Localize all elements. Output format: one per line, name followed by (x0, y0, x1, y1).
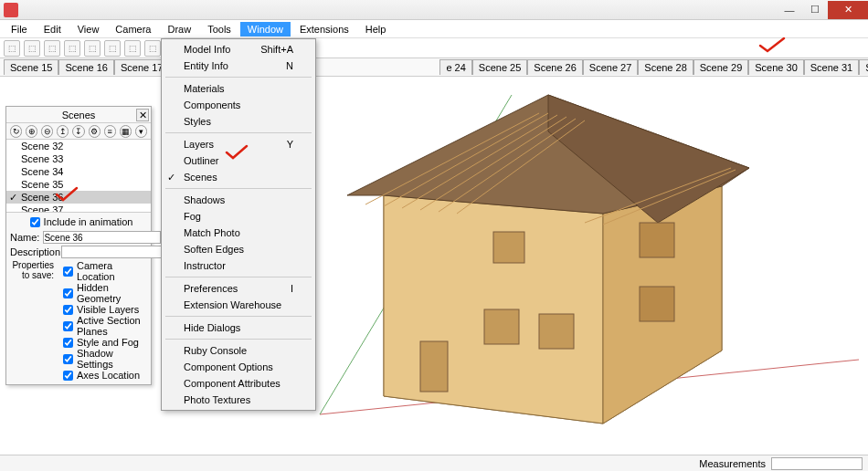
property-row: Visible Layers (58, 304, 147, 315)
measurements-input[interactable] (771, 457, 863, 470)
scene-list-item[interactable]: Scene 37 (6, 204, 151, 213)
scenes-toolbar-button-6[interactable]: ≡ (104, 125, 116, 138)
menu-item-extension-warehouse[interactable]: Extension Warehouse (162, 297, 315, 313)
toolbar-button-4[interactable]: ⬚ (84, 40, 101, 57)
menu-item-component-attributes[interactable]: Component Attributes (162, 375, 315, 392)
annotation-checkmark (225, 144, 249, 162)
menu-window[interactable]: Window (240, 22, 291, 37)
scenes-panel-title: Scenes ✕ (6, 107, 151, 123)
menu-item-label: Ruby Console (184, 345, 247, 356)
scenes-toolbar-button-5[interactable]: ⚙ (89, 125, 101, 138)
svg-rect-19 (640, 223, 674, 257)
app-icon (4, 3, 18, 17)
menu-extensions[interactable]: Extensions (292, 22, 356, 37)
property-checkbox[interactable] (63, 321, 73, 331)
scene-list-item[interactable]: Scene 36 (6, 191, 151, 204)
menu-item-shadows[interactable]: Shadows (162, 192, 315, 208)
menu-item-scenes[interactable]: Scenes (162, 169, 315, 185)
menu-file[interactable]: File (4, 22, 35, 37)
svg-rect-15 (420, 341, 448, 392)
toolbar-button-0[interactable]: ⬚ (4, 40, 20, 57)
menu-item-fog[interactable]: Fog (162, 208, 315, 225)
menu-item-label: Scenes (184, 172, 217, 183)
scene-tab[interactable]: Scene 32 (859, 59, 868, 75)
menu-item-photo-textures[interactable]: Photo Textures (162, 392, 315, 408)
minimize-button[interactable]: — (777, 1, 802, 19)
menu-item-materials[interactable]: Materials (162, 80, 315, 97)
scene-list-item[interactable]: Scene 33 (6, 152, 151, 165)
properties-to-save-label: Properties to save: (10, 260, 58, 381)
scene-tab[interactable]: e 24 (439, 59, 471, 75)
toolbar-button-2[interactable]: ⬚ (44, 40, 60, 57)
menu-help[interactable]: Help (358, 22, 394, 37)
menu-item-component-options[interactable]: Component Options (162, 359, 315, 375)
toolbar-button-7[interactable]: ⬚ (144, 40, 161, 57)
scene-tab[interactable]: Scene 30 (748, 59, 803, 75)
menu-edit[interactable]: Edit (37, 22, 69, 37)
menu-item-hide-dialogs[interactable]: Hide Dialogs (162, 319, 315, 336)
menu-camera[interactable]: Camera (108, 22, 158, 37)
property-checkbox[interactable] (63, 354, 73, 364)
scene-list-item[interactable]: Scene 32 (6, 140, 151, 152)
scene-tab[interactable]: Scene 26 (527, 59, 582, 75)
menu-item-preferences[interactable]: PreferencesI (162, 280, 315, 297)
scene-tab[interactable]: Scene 15 (4, 59, 58, 75)
close-button[interactable]: ✕ (828, 1, 868, 19)
menu-separator (165, 77, 312, 78)
scene-list-item[interactable]: Scene 35 (6, 178, 151, 191)
svg-rect-18 (640, 287, 674, 321)
scene-tab[interactable]: Scene 29 (693, 59, 748, 75)
svg-rect-17 (539, 314, 574, 349)
scene-tab[interactable]: Scene 25 (472, 59, 527, 75)
menu-item-match-photo[interactable]: Match Photo (162, 225, 315, 241)
menu-item-label: Soften Edges (184, 244, 244, 255)
toolbar-button-1[interactable]: ⬚ (24, 40, 40, 57)
menu-item-shortcut: Y (287, 139, 293, 150)
property-checkbox[interactable] (63, 267, 73, 277)
menu-item-soften-edges[interactable]: Soften Edges (162, 241, 315, 257)
menu-item-shortcut: Shift+A (260, 44, 293, 55)
menu-item-entity-info[interactable]: Entity InfoN (162, 58, 315, 74)
scenes-panel-close[interactable]: ✕ (136, 109, 149, 121)
scene-tab[interactable]: Scene 27 (583, 59, 638, 75)
scene-list-item[interactable]: Scene 34 (6, 165, 151, 178)
scenes-list[interactable]: Scene 32Scene 33Scene 34Scene 35Scene 36… (6, 140, 151, 213)
scenes-toolbar-button-3[interactable]: ↥ (57, 125, 69, 138)
scene-tab[interactable]: Scene 28 (638, 59, 693, 75)
measurements-label: Measurements (699, 458, 766, 469)
toolbar-button-3[interactable]: ⬚ (64, 40, 80, 57)
scene-tab[interactable]: Scene 31 (804, 59, 859, 75)
toolbar-button-5[interactable]: ⬚ (104, 40, 121, 57)
scenes-toolbar-button-8[interactable]: ▾ (135, 125, 147, 138)
property-row: Axes Location (58, 370, 147, 381)
scenes-toolbar-button-4[interactable]: ↧ (72, 125, 84, 138)
menu-view[interactable]: View (70, 22, 107, 37)
svg-rect-20 (493, 232, 524, 263)
menu-item-styles[interactable]: Styles (162, 113, 315, 130)
property-checkbox[interactable] (63, 371, 73, 381)
property-checkbox[interactable] (63, 305, 73, 315)
property-checkbox[interactable] (63, 288, 73, 298)
scenes-toolbar-button-1[interactable]: ⊕ (26, 125, 37, 138)
menu-item-model-info[interactable]: Model InfoShift+A (162, 41, 315, 58)
menu-item-instructor[interactable]: Instructor (162, 257, 315, 274)
menu-item-label: Match Photo (184, 227, 240, 238)
scenes-toolbar-button-2[interactable]: ⊖ (41, 125, 53, 138)
menu-item-label: Component Attributes (184, 378, 281, 389)
scene-tab[interactable]: Scene 16 (58, 59, 113, 75)
annotation-checkmark (758, 37, 786, 57)
toolbar-button-6[interactable]: ⬚ (124, 40, 141, 57)
menu-item-ruby-console[interactable]: Ruby Console (162, 342, 315, 359)
scene-name-input[interactable] (43, 231, 161, 244)
maximize-button[interactable]: ☐ (802, 1, 828, 19)
menu-item-components[interactable]: Components (162, 97, 315, 113)
menu-draw[interactable]: Draw (160, 22, 198, 37)
scenes-toolbar-button-0[interactable]: ↻ (10, 125, 22, 138)
menu-tools[interactable]: Tools (200, 22, 238, 37)
property-label: Hidden Geometry (77, 282, 147, 304)
include-in-animation-checkbox[interactable] (30, 217, 40, 227)
property-checkbox[interactable] (63, 338, 73, 348)
property-label: Camera Location (77, 260, 147, 282)
property-row: Style and Fog (58, 337, 147, 348)
scenes-toolbar-button-7[interactable]: ▦ (120, 125, 132, 138)
